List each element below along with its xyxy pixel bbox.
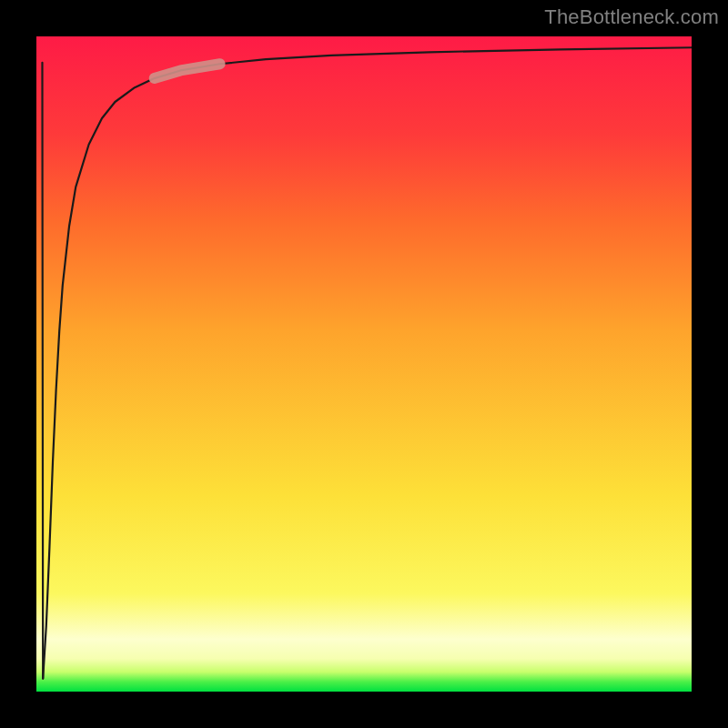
plot-area [36, 36, 692, 692]
curve-svg [36, 36, 692, 692]
highlight-segment [155, 64, 220, 78]
watermark-text: TheBottleneck.com [544, 5, 719, 29]
chart-container: TheBottleneck.com [0, 0, 728, 728]
main-curve-line [43, 47, 692, 678]
spike-line [42, 63, 43, 679]
